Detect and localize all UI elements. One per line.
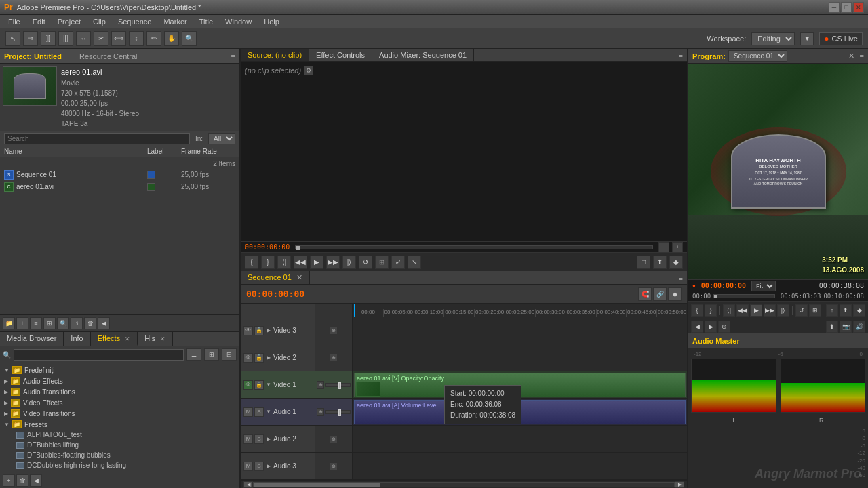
- tab-audio-mixer[interactable]: Audio Mixer: Sequence 01: [372, 49, 474, 61]
- prog-lift-button[interactable]: ↑: [826, 304, 838, 317]
- menu-file[interactable]: File: [3, 16, 26, 27]
- source-scrubber-track[interactable]: [295, 245, 653, 249]
- prog-go-out-button[interactable]: |⟩: [777, 304, 789, 317]
- maximize-button[interactable]: □: [841, 2, 852, 13]
- prog-loop-button[interactable]: ↺: [795, 304, 808, 317]
- ripple-edit-tool[interactable]: ][: [41, 31, 56, 46]
- effects-search-input[interactable]: [14, 349, 184, 361]
- scroll-left-button[interactable]: ◀: [243, 481, 253, 488]
- prog-safe-button[interactable]: ⊞: [809, 304, 821, 317]
- list-view-button[interactable]: ≡: [30, 317, 42, 329]
- prog-trim-back-btn[interactable]: ◀: [691, 321, 703, 333]
- tab-sequence-01[interactable]: Sequence 01 ✕: [241, 271, 310, 284]
- category-predefiniti[interactable]: ▼ 📁 Predefiniți: [0, 365, 239, 375]
- effects-delete-button[interactable]: 🗑: [16, 474, 28, 487]
- project-item-sequence[interactable]: S Sequence 01 25,00 fps: [0, 169, 239, 181]
- new-item-button[interactable]: +: [16, 317, 28, 329]
- tab-effects[interactable]: Effects ✕: [91, 332, 138, 346]
- workspace-options-button[interactable]: ▼: [800, 32, 814, 45]
- tab-source[interactable]: Source: (no clip): [241, 49, 309, 61]
- timeline-playhead[interactable]: [354, 304, 355, 317]
- track-expand-audio1[interactable]: ▼: [265, 409, 272, 415]
- prog-step-back-button[interactable]: ◀◀: [736, 304, 749, 317]
- menu-title[interactable]: Title: [194, 16, 218, 27]
- track-mute-audio1[interactable]: M: [243, 407, 253, 417]
- volume-fader[interactable]: [326, 410, 351, 414]
- source-overwrite-button[interactable]: ↘: [408, 256, 421, 269]
- tl-snap-button[interactable]: 🧲: [638, 287, 652, 301]
- prog-set-out-button[interactable]: }: [705, 304, 717, 317]
- source-insert-button[interactable]: ↙: [391, 256, 405, 269]
- track-expand-video3[interactable]: ▶: [265, 327, 272, 334]
- source-marker-button[interactable]: ◆: [669, 256, 683, 269]
- category-video-transitions[interactable]: ▶ 📁 Video Transitions: [0, 408, 239, 419]
- source-output-button[interactable]: □: [637, 256, 650, 269]
- sequence-tab-close[interactable]: ✕: [296, 273, 302, 281]
- timeline-ruler[interactable]: 00:00 00:00:05:00 00:00:10:00 00:00:15:0…: [353, 304, 687, 317]
- scrollbar-thumb[interactable]: [254, 483, 380, 487]
- zoom-out-button[interactable]: −: [658, 242, 669, 253]
- source-panel-menu[interactable]: ≡: [675, 49, 687, 60]
- project-search-input[interactable]: [4, 133, 190, 144]
- project-panel-menu[interactable]: ≡: [231, 52, 235, 60]
- program-monitor-menu[interactable]: ≡: [860, 52, 864, 60]
- effects-prev-button[interactable]: ◀: [30, 474, 42, 487]
- pen-tool[interactable]: ✏: [146, 31, 161, 46]
- track-expand-audio2[interactable]: ▶: [265, 436, 272, 443]
- track-solo-audio3[interactable]: S: [254, 462, 264, 471]
- track-eye-video1[interactable]: 👁: [243, 380, 253, 390]
- effects-grid-view[interactable]: ⊟: [222, 348, 237, 361]
- rolling-edit-tool[interactable]: |[|: [58, 31, 73, 46]
- source-step-forward-button[interactable]: ▶▶: [326, 256, 340, 269]
- track-select-tool[interactable]: ⇒: [23, 31, 38, 46]
- source-go-in-button[interactable]: ⟨|: [277, 256, 291, 269]
- track-eye-video3[interactable]: 👁: [243, 326, 253, 336]
- project-item-clip[interactable]: C aereo 01.avi 25,00 fps: [0, 181, 239, 193]
- sync-btn-a1[interactable]: ⊕: [317, 408, 324, 416]
- preset-item-alphatool[interactable]: ALPHATOOL_test: [0, 430, 239, 440]
- track-expand-video2[interactable]: ▶: [265, 354, 272, 361]
- cs-live-button[interactable]: ● CS Live: [819, 32, 863, 45]
- source-loop-button[interactable]: ↺: [359, 256, 372, 269]
- effects-tab-close[interactable]: ✕: [125, 336, 130, 342]
- prog-gang-btn[interactable]: ⊕: [718, 321, 730, 333]
- slide-tool[interactable]: ↕: [129, 31, 144, 46]
- menu-project[interactable]: Project: [52, 16, 86, 27]
- workspace-select[interactable]: Editing: [751, 32, 795, 45]
- zoom-tool[interactable]: 🔍: [182, 31, 197, 46]
- prog-set-in-button[interactable]: {: [691, 304, 703, 317]
- info-button[interactable]: ℹ: [71, 317, 83, 329]
- opacity-fader[interactable]: [326, 383, 351, 387]
- sync-btn-v1[interactable]: ⊕: [317, 381, 324, 389]
- timeline-scrollbar[interactable]: ◀ ▶: [241, 480, 687, 488]
- sequence-panel-menu[interactable]: ≡: [675, 272, 687, 283]
- find-button[interactable]: 🔍: [57, 317, 69, 329]
- selection-tool[interactable]: ↖: [5, 31, 20, 46]
- tab-history[interactable]: His ✕: [138, 332, 173, 346]
- delete-button[interactable]: 🗑: [84, 317, 96, 329]
- prog-play-button[interactable]: ▶: [750, 304, 762, 317]
- program-sequence-select[interactable]: Sequence 01: [728, 50, 787, 62]
- source-go-out-button[interactable]: |⟩: [342, 256, 356, 269]
- menu-window[interactable]: Window: [220, 16, 257, 27]
- tab-effect-controls[interactable]: Effect Controls: [309, 49, 372, 61]
- track-expand-video1[interactable]: ▼: [265, 382, 272, 388]
- prog-speaker-btn[interactable]: 🔊: [853, 321, 865, 333]
- sync-btn-v3[interactable]: ⊕: [330, 327, 338, 335]
- effects-add-button[interactable]: +: [3, 474, 15, 487]
- track-lock-video3[interactable]: 🔒: [254, 326, 264, 336]
- program-scrubber-track[interactable]: [713, 294, 775, 298]
- prog-marker-button[interactable]: ◆: [853, 304, 865, 317]
- tab-media-browser[interactable]: Media Browser: [0, 332, 64, 346]
- menu-sequence[interactable]: Sequence: [113, 16, 157, 27]
- tl-link-button[interactable]: 🔗: [653, 287, 667, 301]
- razor-tool[interactable]: ✂: [94, 31, 108, 46]
- rate-stretch-tool[interactable]: ↔: [76, 31, 91, 46]
- track-expand-audio3[interactable]: ▶: [265, 463, 272, 470]
- menu-clip[interactable]: Clip: [87, 16, 111, 27]
- source-step-back-button[interactable]: ◀◀: [294, 256, 307, 269]
- prog-extract-button[interactable]: ⬆: [840, 304, 852, 317]
- hand-tool[interactable]: ✋: [164, 31, 179, 46]
- track-content-area[interactable]: aereo 01.avi [V] Opacity:Opacity Start: …: [353, 317, 687, 480]
- track-eye-video2[interactable]: 👁: [243, 353, 253, 363]
